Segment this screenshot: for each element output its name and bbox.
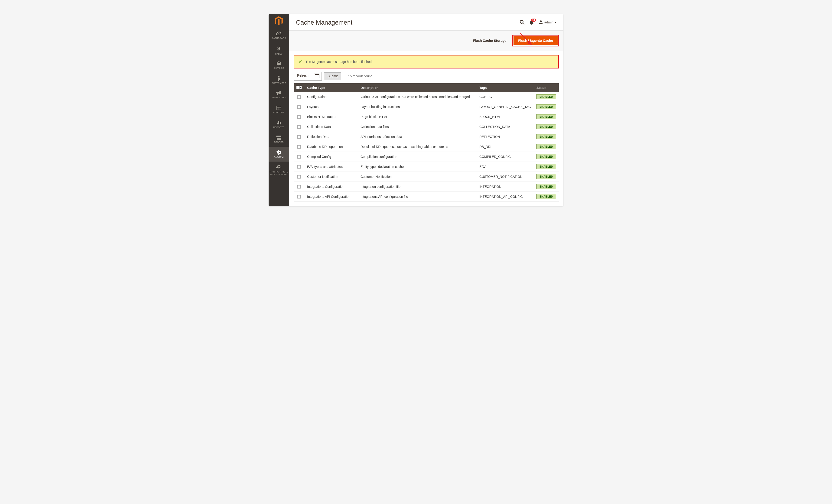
user-name: admin	[544, 21, 553, 24]
status-badge: ENABLED	[537, 94, 556, 99]
sidebar-item-reports[interactable]: REPORTS	[268, 117, 289, 132]
sidebar-item-label: REPORTS	[273, 126, 284, 128]
magento-logo[interactable]	[268, 14, 289, 28]
cell-description: Various XML configurations that were col…	[358, 92, 476, 102]
success-message: ✔ The Magento cache storage has been flu…	[294, 55, 558, 68]
status-badge: ENABLED	[537, 194, 556, 199]
row-checkbox[interactable]	[297, 185, 301, 188]
cell-cache-type: Configuration	[304, 92, 358, 102]
user-icon	[539, 20, 543, 24]
col-tags: Tags	[476, 83, 534, 92]
cell-tags: CUSTOMER_NOTIFICATION	[476, 172, 534, 182]
row-checkbox[interactable]	[297, 105, 301, 109]
grid-toolbar: Refresh Submit 15 records found	[289, 69, 564, 83]
cell-cache-type: Customer Notification	[304, 172, 358, 182]
cell-tags: COMPILED_CONFIG	[476, 152, 534, 162]
table-row: Customer NotificationCustomer Notificati…	[294, 172, 559, 182]
select-all-header[interactable]	[294, 83, 304, 92]
cell-tags: BLOCK_HTML	[476, 112, 534, 122]
cell-cache-type: EAV types and attributes	[304, 162, 358, 172]
row-checkbox[interactable]	[297, 145, 301, 149]
flush-magento-cache-button[interactable]: Flush Magento Cache	[514, 36, 557, 45]
cell-description: Results of DDL queries, such as describi…	[358, 142, 476, 152]
notification-badge: 13	[531, 19, 536, 22]
col-status: Status	[534, 83, 559, 92]
status-badge: ENABLED	[537, 104, 556, 109]
sidebar-item-label: SALES	[275, 52, 283, 55]
cell-tags: INTEGRATION_API_CONFIG	[476, 192, 534, 202]
cell-description: Collection data files	[358, 122, 476, 132]
table-row: EAV types and attributesEntity types dec…	[294, 162, 559, 172]
user-menu[interactable]: admin	[539, 20, 556, 24]
sidebar-item-stores[interactable]: STORES	[268, 132, 289, 147]
cell-tags: EAV	[476, 162, 534, 172]
table-row: Reflection DataAPI interfaces reflection…	[294, 132, 559, 142]
table-row: Collections DataCollection data filesCOL…	[294, 122, 559, 132]
cell-cache-type: Layouts	[304, 102, 358, 112]
cell-description: API interfaces reflection data	[358, 132, 476, 142]
sidebar-item-label: CONTENT	[273, 111, 284, 113]
table-header-row: Cache Type Description Tags Status	[294, 83, 559, 92]
notifications-button[interactable]: 13	[529, 20, 534, 25]
cell-tags: INTEGRATION	[476, 182, 534, 192]
submit-button[interactable]: Submit	[324, 73, 341, 80]
sidebar-item-content[interactable]: CONTENT	[268, 102, 289, 117]
table-row: Blocks HTML outputPage blocks HTMLBLOCK_…	[294, 112, 559, 122]
row-checkbox[interactable]	[297, 115, 301, 118]
cell-description: Entity types declaration cache	[358, 162, 476, 172]
sidebar-item-system[interactable]: SYSTEM	[268, 147, 289, 162]
cell-cache-type: Database DDL operations	[304, 142, 358, 152]
sidebar-item-customers[interactable]: CUSTOMERS	[268, 73, 289, 87]
message-text: The Magento cache storage has been flush…	[306, 60, 372, 63]
sidebar-item-label: MARKETING	[272, 96, 286, 99]
cache-grid: Cache Type Description Tags Status Confi…	[294, 83, 559, 202]
status-badge: ENABLED	[537, 114, 556, 119]
cell-description: Page blocks HTML	[358, 112, 476, 122]
sidebar-item-dashboard[interactable]: DASHBOARD	[268, 28, 289, 43]
cell-cache-type: Integrations Configuration	[304, 182, 358, 192]
row-checkbox[interactable]	[297, 195, 301, 198]
cell-cache-type: Collections Data	[304, 122, 358, 132]
chevron-down-icon	[312, 72, 321, 80]
bars-icon	[277, 121, 281, 125]
person-icon	[277, 76, 280, 81]
sidebar-item-sales[interactable]: $ SALES	[268, 43, 289, 58]
row-checkbox[interactable]	[297, 135, 301, 139]
sidebar-item-catalog[interactable]: CATALOG	[268, 58, 289, 73]
table-row: ConfigurationVarious XML configurations …	[294, 92, 559, 102]
sidebar-item-label: STORES	[274, 141, 284, 143]
check-icon: ✔	[299, 59, 302, 64]
status-badge: ENABLED	[537, 184, 556, 189]
cell-description: Compilation configuration	[358, 152, 476, 162]
row-checkbox[interactable]	[297, 165, 301, 168]
mass-action-select[interactable]: Refresh	[294, 72, 322, 81]
table-row: Integrations ConfigurationIntegration co…	[294, 182, 559, 192]
highlight-annotation: Flush Magento Cache	[512, 35, 559, 47]
status-badge: ENABLED	[537, 164, 556, 169]
col-cache-type: Cache Type	[304, 83, 358, 92]
row-checkbox[interactable]	[297, 155, 301, 159]
store-icon	[276, 136, 281, 140]
message-highlight: ✔ The Magento cache storage has been flu…	[294, 55, 559, 69]
cell-tags: REFLECTION	[476, 132, 534, 142]
page-title: Cache Management	[296, 19, 353, 26]
sidebar: DASHBOARD $ SALES CATALOG CUSTOMERS MARK…	[268, 14, 289, 206]
sidebar-item-label: FIND PARTNERS & EXTENSIONS	[269, 170, 289, 176]
page-header: Cache Management 13 admin	[289, 14, 564, 30]
flush-cache-storage-button[interactable]: Flush Cache Storage	[470, 36, 510, 45]
cell-description: Integrations API configuration file	[358, 192, 476, 202]
records-count: 15 records found	[348, 74, 372, 78]
cell-tags: COLLECTION_DATA	[476, 122, 534, 132]
cell-description: Layout building instructions	[358, 102, 476, 112]
row-checkbox[interactable]	[297, 96, 301, 99]
sidebar-item-label: CUSTOMERS	[271, 82, 286, 84]
cell-cache-type: Reflection Data	[304, 132, 358, 142]
row-checkbox[interactable]	[297, 175, 301, 179]
box-icon	[277, 61, 281, 66]
table-row: Database DDL operationsResults of DDL qu…	[294, 142, 559, 152]
search-icon[interactable]	[520, 20, 524, 25]
dollar-icon: $	[278, 46, 280, 52]
sidebar-item-partners[interactable]: FIND PARTNERS & EXTENSIONS	[268, 162, 289, 179]
row-checkbox[interactable]	[297, 125, 301, 129]
sidebar-item-marketing[interactable]: MARKETING	[268, 87, 289, 102]
